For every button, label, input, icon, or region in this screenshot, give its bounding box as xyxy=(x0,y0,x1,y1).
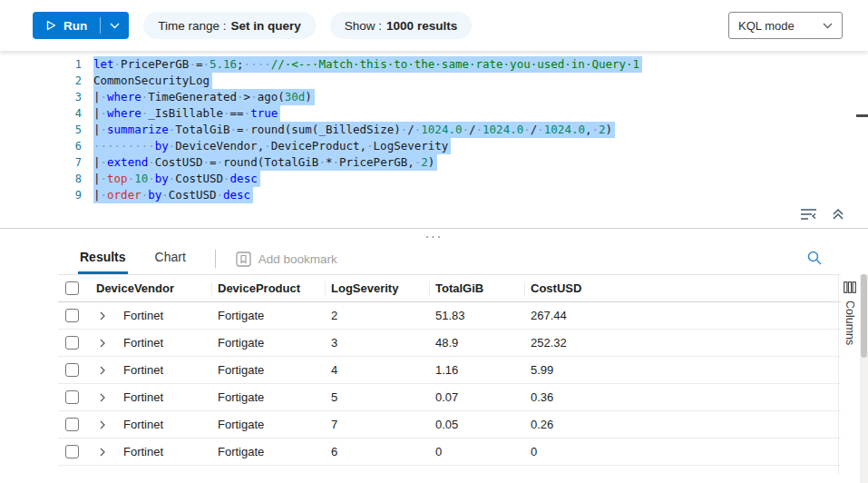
add-bookmark-button[interactable]: Add bookmark xyxy=(236,251,337,267)
row-select-cell xyxy=(58,390,91,404)
column-header-costusd[interactable]: CostUSD xyxy=(525,281,841,296)
chevron-down-icon xyxy=(823,23,833,29)
table-cell: Fortigate xyxy=(212,390,326,404)
row-checkbox[interactable] xyxy=(65,445,79,458)
table-cell: Fortigate xyxy=(212,336,326,350)
table-cell: 7 xyxy=(326,418,430,431)
search-icon xyxy=(806,250,823,266)
row-expand-cell xyxy=(91,366,118,375)
row-select-cell xyxy=(58,336,91,350)
table-cell: 267.44 xyxy=(525,309,841,322)
editor-overview-mark xyxy=(856,114,868,117)
code-line[interactable]: 9|·order·by·CostUSD·desc xyxy=(0,187,868,203)
column-header-logseverity[interactable]: LogSeverity xyxy=(326,281,430,296)
table-cell: Fortinet xyxy=(118,309,212,322)
select-all-checkbox[interactable] xyxy=(65,281,79,295)
code-text: |·where·TimeGenerated·>·ago(30d) xyxy=(93,89,315,105)
code-line[interactable]: 4|·where·_IsBillable·==·true xyxy=(0,105,868,122)
table-row[interactable]: FortinetFortigate348.9252.32 xyxy=(58,330,841,357)
table-cell: Fortigate xyxy=(212,445,326,458)
run-dropdown-button[interactable] xyxy=(101,23,129,29)
table-cell: 5.99 xyxy=(525,363,841,377)
code-text: let·PricePerGB·=·5.16;····//·<--·Match·t… xyxy=(93,56,642,73)
row-expand-cell xyxy=(91,448,118,457)
show-value: 1000 results xyxy=(386,19,457,33)
row-checkbox[interactable] xyxy=(65,336,79,350)
row-expand-cell xyxy=(91,420,118,429)
select-all-cell xyxy=(58,281,91,296)
column-header-totalgib[interactable]: TotalGiB xyxy=(430,281,525,296)
table-row[interactable]: FortinetFortigate41.165.99 xyxy=(58,357,841,384)
row-checkbox[interactable] xyxy=(65,418,79,431)
query-mode-dropdown[interactable]: KQL mode xyxy=(728,12,843,39)
row-checkbox[interactable] xyxy=(65,363,79,377)
row-expand-chevron[interactable] xyxy=(98,448,107,457)
code-line[interactable]: 5|·summarize·TotalGiB·=·round(sum(_Bille… xyxy=(0,122,868,138)
add-bookmark-label: Add bookmark xyxy=(258,252,337,266)
table-cell: Fortinet xyxy=(118,363,212,377)
row-expand-chevron[interactable] xyxy=(98,311,107,320)
tab-chart[interactable]: Chart xyxy=(153,244,188,274)
table-cell: 1.16 xyxy=(430,363,525,377)
row-expand-cell xyxy=(91,393,118,402)
run-split-button[interactable]: Run xyxy=(33,12,129,39)
code-line[interactable]: 3|·where·TimeGenerated·>·ago(30d) xyxy=(0,89,868,105)
line-number: 2 xyxy=(0,73,82,89)
row-checkbox[interactable] xyxy=(65,390,79,404)
results-scrollbar[interactable] xyxy=(860,274,868,483)
tabbar-divider xyxy=(215,250,216,268)
table-cell: 3 xyxy=(326,336,430,350)
results-tabbar: Results Chart Add bookmark xyxy=(0,243,868,274)
table-cell: 48.9 xyxy=(430,336,525,350)
table-cell: 2 xyxy=(326,309,430,322)
code-line[interactable]: 6·········by·DeviceVendor,·DeviceProduct… xyxy=(0,138,868,154)
line-number: 7 xyxy=(0,154,82,171)
bookmark-icon xyxy=(236,251,251,267)
row-expand-chevron[interactable] xyxy=(98,339,107,348)
kql-query-editor[interactable]: 1let·PricePerGB·=·5.16;····//·<--·Match·… xyxy=(0,51,868,229)
code-line[interactable]: 7|·extend·CostUSD·=·round(TotalGiB·*·Pri… xyxy=(0,154,868,171)
row-expand-chevron[interactable] xyxy=(98,393,107,402)
code-text: |·top·10·by·CostUSD·desc xyxy=(93,171,260,187)
row-select-cell xyxy=(58,363,91,377)
code-lines: 1let·PricePerGB·=·5.16;····//·<--·Match·… xyxy=(0,51,868,203)
row-expand-chevron[interactable] xyxy=(98,420,107,429)
table-cell: Fortigate xyxy=(212,309,326,322)
show-label: Show : xyxy=(345,19,382,33)
row-expand-chevron[interactable] xyxy=(98,366,107,375)
run-button-label: Run xyxy=(63,19,87,33)
tab-results[interactable]: Results xyxy=(78,244,128,274)
time-range-picker[interactable]: Time range : Set in query xyxy=(143,12,316,39)
code-text: |·order·by·CostUSD·desc xyxy=(93,187,253,203)
table-cell: 0.36 xyxy=(525,390,841,404)
code-text: |·where·_IsBillable·==·true xyxy=(93,105,280,122)
column-header-devicevendor[interactable]: DeviceVendor xyxy=(91,281,212,296)
table-row[interactable]: FortinetFortigate251.83267.44 xyxy=(58,302,841,330)
panel-resize-handle[interactable]: ... xyxy=(0,229,868,243)
table-row[interactable]: FortinetFortigate70.050.26 xyxy=(58,411,841,439)
table-row[interactable]: FortinetFortigate50.070.36 xyxy=(58,384,841,411)
columns-pane-toggle[interactable]: Columns xyxy=(838,274,860,474)
show-results-picker[interactable]: Show : 1000 results xyxy=(330,12,472,39)
query-toolbar: Run Time range : Set in query Show : 100… xyxy=(0,0,868,51)
search-results-button[interactable] xyxy=(806,250,823,270)
run-button[interactable]: Run xyxy=(33,19,100,33)
row-expand-cell xyxy=(91,339,118,348)
columns-pane-label: Columns xyxy=(844,301,856,345)
table-row[interactable]: FortinetFortigate600 xyxy=(58,439,841,466)
results-panel: Results Chart Add bookmark xyxy=(0,243,868,483)
table-cell: Fortinet xyxy=(118,336,212,350)
results-scrollbar-thumb[interactable] xyxy=(861,274,867,358)
format-lines-icon[interactable] xyxy=(800,208,817,221)
row-checkbox[interactable] xyxy=(65,309,79,322)
code-line[interactable]: 1let·PricePerGB·=·5.16;····//·<--·Match·… xyxy=(0,56,868,73)
query-mode-value: KQL mode xyxy=(738,19,795,33)
collapse-editor-icon[interactable] xyxy=(832,208,844,221)
code-line[interactable]: 2CommonSecurityLog xyxy=(0,73,868,89)
table-cell: 6 xyxy=(326,445,430,458)
resize-handle-dots: ... xyxy=(425,225,443,241)
code-line[interactable]: 8|·top·10·by·CostUSD·desc xyxy=(0,171,868,187)
table-cell: 0.05 xyxy=(430,418,525,431)
line-number: 8 xyxy=(0,171,82,187)
column-header-deviceproduct[interactable]: DeviceProduct xyxy=(212,281,326,296)
